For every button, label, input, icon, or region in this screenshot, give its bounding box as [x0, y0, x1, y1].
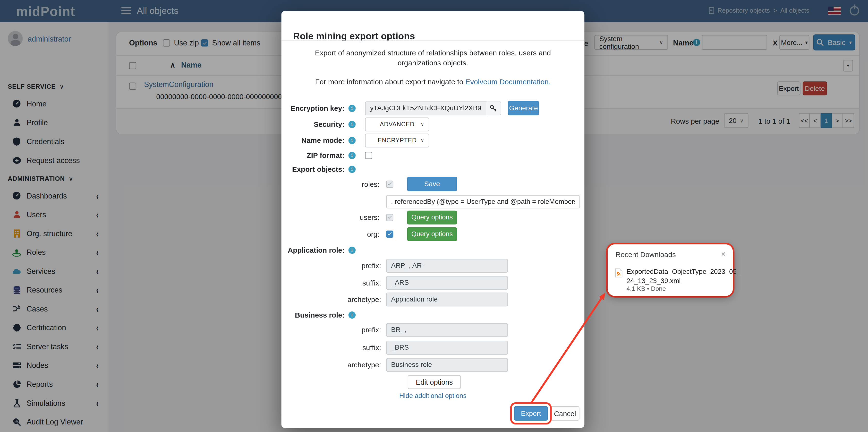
- biz-prefix-input: [386, 323, 508, 337]
- business-role-row: Business role: i: [281, 308, 585, 322]
- midpoint-app: midPoint All objects Repository objects …: [0, 0, 868, 432]
- encryption-key-row: Encryption key: i Generate: [281, 101, 585, 115]
- dialog-description-line1: Export of anonymized structure of relati…: [281, 49, 585, 57]
- prefix-label: prefix:: [281, 326, 381, 334]
- cancel-button[interactable]: Cancel: [551, 406, 580, 421]
- close-icon[interactable]: ×: [721, 249, 726, 258]
- archetype-label: archetype:: [281, 295, 381, 304]
- business-role-label: Business role:: [281, 310, 345, 319]
- biz-archetype-input: [386, 358, 508, 371]
- hide-additional-options-link[interactable]: Hide additional options: [281, 392, 585, 400]
- name-mode-label: Name mode:: [281, 136, 345, 144]
- encryption-key-input[interactable]: [365, 101, 486, 115]
- zip-format-checkbox[interactable]: [365, 152, 372, 159]
- dialog-footer: Export Cancel: [281, 406, 585, 421]
- application-role-label: Application role:: [281, 246, 345, 254]
- name-mode-select[interactable]: ENCRYPTED ∨: [365, 133, 429, 147]
- info-icon[interactable]: i: [348, 121, 356, 128]
- biz-suffix-row: suffix:: [281, 340, 585, 354]
- security-row: Security: i ADVANCED ∨: [281, 117, 585, 131]
- documentation-link[interactable]: Evolveum Documentation.: [465, 78, 551, 86]
- edit-options-row: Edit options: [281, 375, 585, 389]
- encryption-key-label: Encryption key:: [281, 104, 345, 112]
- users-checkbox: [386, 214, 394, 221]
- export-objects-label: Export objects:: [281, 165, 345, 173]
- zip-format-row: ZIP format: i: [281, 148, 585, 162]
- security-select[interactable]: ADVANCED ∨: [365, 117, 429, 131]
- app-archetype-input: [386, 292, 508, 306]
- biz-prefix-row: prefix:: [281, 322, 585, 337]
- org-checkbox[interactable]: [386, 230, 394, 238]
- download-meta: 4.1 KB • Done: [627, 285, 666, 292]
- info-icon[interactable]: i: [348, 246, 356, 254]
- org-row: org: Query options: [281, 227, 585, 241]
- dialog-info-line: For more information about export naviga…: [281, 78, 585, 86]
- info-icon[interactable]: i: [348, 152, 356, 159]
- roles-row: roles: Save: [281, 177, 585, 191]
- export-objects-row: Export objects: i: [281, 162, 585, 176]
- app-prefix-input: [386, 258, 508, 272]
- users-label: users:: [281, 213, 380, 221]
- security-label: Security:: [281, 120, 345, 128]
- zip-format-label: ZIP format:: [281, 151, 345, 159]
- archetype-label: archetype:: [281, 361, 381, 369]
- info-icon[interactable]: i: [348, 104, 356, 112]
- app-prefix-row: prefix:: [281, 258, 585, 273]
- key-icon[interactable]: [486, 101, 501, 115]
- chevron-down-icon: ∨: [421, 137, 424, 143]
- org-query-options-button[interactable]: Query options: [407, 227, 457, 241]
- info-icon[interactable]: i: [348, 136, 356, 144]
- application-role-row: Application role: i: [281, 243, 585, 257]
- dialog-description-line2: organizations objects.: [281, 59, 585, 67]
- info-icon[interactable]: i: [348, 165, 356, 173]
- users-row: users: Query options: [281, 210, 585, 224]
- save-button[interactable]: Save: [407, 177, 457, 191]
- chevron-down-icon: ∨: [421, 121, 424, 127]
- edit-options-button[interactable]: Edit options: [408, 375, 461, 389]
- xml-file-icon: [615, 268, 623, 280]
- biz-archetype-row: archetype:: [281, 358, 585, 372]
- prefix-label: prefix:: [281, 261, 381, 270]
- downloaded-file-link[interactable]: ExportedData_ObjectType_2023_05_24_13_23…: [627, 267, 726, 286]
- role-mining-export-dialog: Role mining export options Export of ano…: [281, 11, 585, 428]
- export-button[interactable]: Export: [514, 406, 548, 421]
- roles-label: roles:: [281, 180, 380, 188]
- app-suffix-input: [386, 276, 508, 289]
- roles-query-input[interactable]: [386, 195, 580, 209]
- users-query-options-button[interactable]: Query options: [407, 210, 457, 224]
- name-mode-row: Name mode: i ENCRYPTED ∨: [281, 133, 585, 147]
- app-archetype-row: archetype:: [281, 292, 585, 306]
- downloads-title: Recent Downloads: [615, 250, 676, 259]
- roles-query-row: [281, 195, 585, 209]
- suffix-label: suffix:: [281, 343, 381, 351]
- roles-checkbox: [386, 180, 394, 188]
- org-label: org:: [281, 229, 380, 238]
- generate-button[interactable]: Generate: [508, 101, 539, 115]
- info-icon[interactable]: i: [348, 311, 356, 318]
- suffix-label: suffix:: [281, 278, 381, 287]
- app-suffix-row: suffix:: [281, 276, 585, 290]
- biz-suffix-input: [386, 341, 508, 354]
- recent-downloads-popup: Recent Downloads × ExportedData_ObjectTy…: [608, 244, 733, 296]
